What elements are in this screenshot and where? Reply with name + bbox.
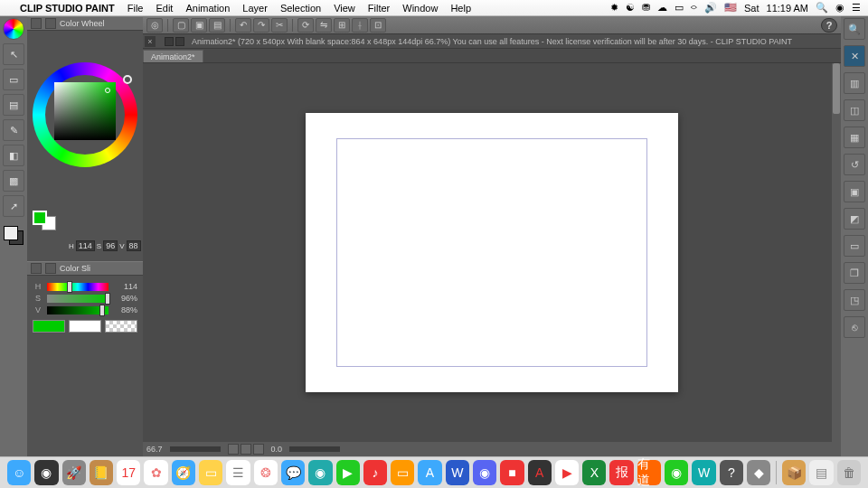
dock-contacts[interactable]: 📒 xyxy=(90,460,113,485)
menu-view[interactable]: View xyxy=(334,3,355,14)
dock-reminders[interactable]: ☰ xyxy=(226,460,250,485)
dock-acrobat[interactable]: A xyxy=(528,460,552,485)
app-name[interactable]: CLIP STUDIO PAINT xyxy=(20,3,115,14)
slider-bar[interactable] xyxy=(47,295,108,303)
color-wheel-tab[interactable]: Color Wheel xyxy=(27,16,143,31)
fit-icon[interactable] xyxy=(228,444,239,455)
rotate-slider[interactable] xyxy=(289,446,340,452)
gradient-tool[interactable]: ▤ xyxy=(3,94,24,116)
menu-file[interactable]: File xyxy=(127,3,144,14)
panel-menu-icon[interactable] xyxy=(31,18,42,29)
dock-cn-app2[interactable]: 有道 xyxy=(637,460,661,485)
scroll-thumb[interactable] xyxy=(833,63,840,114)
slider-bar[interactable] xyxy=(47,283,108,291)
dock-wps[interactable]: W xyxy=(692,460,715,485)
qq-status-icon[interactable]: ☯ xyxy=(626,2,635,14)
display-status-icon[interactable]: ▭ xyxy=(675,2,684,14)
panel-dock-icon[interactable] xyxy=(45,263,56,274)
slider-thumb[interactable] xyxy=(105,293,110,305)
misc-icon[interactable]: ⎋ xyxy=(844,316,865,338)
dock-notes[interactable]: ▭ xyxy=(199,460,222,485)
cursor-tool[interactable]: ↖ xyxy=(3,43,24,65)
dock-discord[interactable]: ◉ xyxy=(473,460,496,485)
checker-tool[interactable]: ▩ xyxy=(3,170,24,192)
rotate-icon[interactable] xyxy=(253,444,264,455)
close-doc-icon[interactable]: × xyxy=(145,36,156,47)
dock-appstore[interactable]: A xyxy=(418,460,441,485)
history-icon[interactable]: ↺ xyxy=(844,154,865,175)
clock-day[interactable]: Sat xyxy=(744,3,760,14)
close-panel-icon[interactable]: ✕ xyxy=(844,45,865,67)
brush-tool[interactable]: ✎ xyxy=(3,119,24,141)
swatch-bg[interactable] xyxy=(69,320,101,333)
panel-menu-icon[interactable] xyxy=(31,263,42,274)
rotate-icon[interactable]: ⟳ xyxy=(297,18,314,33)
color-wheel-mini-icon[interactable] xyxy=(3,18,24,40)
subview-icon[interactable]: ◫ xyxy=(844,99,865,121)
actual-icon[interactable] xyxy=(241,444,251,455)
document-tab[interactable]: Animation2* xyxy=(143,50,203,62)
material-icon[interactable]: ◩ xyxy=(844,208,865,230)
slider-thumb[interactable] xyxy=(67,281,72,293)
dock-music[interactable]: ♪ xyxy=(363,460,387,485)
swatch-transparent[interactable] xyxy=(105,320,137,333)
dock-siri[interactable]: ◉ xyxy=(34,460,58,485)
redo-icon[interactable]: ↷ xyxy=(253,18,269,33)
stack-icon[interactable]: ❐ xyxy=(844,262,865,284)
dock-excel[interactable]: X xyxy=(582,460,606,485)
flip-icon[interactable]: ⇋ xyxy=(316,18,332,33)
hue-ring-cursor[interactable] xyxy=(123,75,132,84)
dock-trash[interactable]: 🗑 xyxy=(837,460,861,485)
zoom-value[interactable]: 66.7 xyxy=(146,445,163,454)
vertical-scrollbar[interactable] xyxy=(832,63,841,442)
dock-sketch[interactable]: ◆ xyxy=(747,460,770,485)
dock-safari[interactable]: 🧭 xyxy=(172,460,195,485)
dock-finder[interactable]: ☺ xyxy=(7,460,31,485)
dock-clipstudio[interactable]: ? xyxy=(720,460,743,485)
zoom-slider[interactable] xyxy=(170,446,221,452)
slider-value[interactable]: 96% xyxy=(112,294,137,303)
wechat-status-icon[interactable]: ✹ xyxy=(610,2,618,14)
dock-word[interactable]: W xyxy=(446,460,469,485)
save-icon[interactable]: ▤ xyxy=(209,18,225,33)
spotlight-icon[interactable]: 🔍 xyxy=(816,2,828,14)
undo-icon[interactable]: ↶ xyxy=(235,18,251,33)
dock-cn-app1[interactable]: 报 xyxy=(609,460,633,485)
panel-dock-icon[interactable] xyxy=(45,18,56,29)
input-flag[interactable]: 🇺🇸 xyxy=(724,2,737,14)
menu-selection[interactable]: Selection xyxy=(280,3,321,14)
min-icon[interactable] xyxy=(165,37,174,46)
dock-wechat-dev[interactable]: ❂ xyxy=(254,460,278,485)
canvas-viewport[interactable] xyxy=(143,63,841,442)
disk-status-icon[interactable]: ⛃ xyxy=(642,2,650,14)
menu-layer[interactable]: Layer xyxy=(242,3,268,14)
control-center-icon[interactable]: ☰ xyxy=(852,2,861,14)
cloud-status-icon[interactable]: ☁ xyxy=(657,2,667,14)
volume-icon[interactable]: 🔊 xyxy=(704,2,717,14)
dock-youtube[interactable]: ▶ xyxy=(555,460,579,485)
grid-icon[interactable]: ⊞ xyxy=(334,18,350,33)
item-icon[interactable]: ▦ xyxy=(844,127,865,148)
clock-time[interactable]: 11:19 AM xyxy=(767,3,808,14)
wifi-icon[interactable]: ⌔ xyxy=(691,3,697,14)
slider-value[interactable]: 88% xyxy=(112,305,137,314)
pen-tool[interactable]: ➚ xyxy=(3,195,24,217)
fg-bg-swatch[interactable] xyxy=(3,224,24,246)
dock-skype[interactable]: ◉ xyxy=(308,460,332,485)
color-slider-tab[interactable]: Color Sli xyxy=(27,261,143,276)
swatch-fg[interactable] xyxy=(33,320,65,333)
menu-window[interactable]: Window xyxy=(402,3,438,14)
slider-bar[interactable] xyxy=(47,306,108,314)
dock-messages[interactable]: 💬 xyxy=(281,460,305,485)
menu-filter[interactable]: Filter xyxy=(368,3,390,14)
notification-icon[interactable]: ◉ xyxy=(835,2,844,14)
magnify-icon[interactable]: 🔍 xyxy=(844,18,865,40)
auto-icon[interactable]: ▣ xyxy=(844,181,865,202)
val-value[interactable]: 88 xyxy=(127,240,141,251)
help-icon[interactable]: ? xyxy=(821,18,837,33)
sv-square[interactable] xyxy=(54,82,116,140)
dock-calendar[interactable]: 17 xyxy=(117,460,140,485)
clip-studio-icon[interactable]: ◎ xyxy=(146,18,163,33)
dock-launchpad[interactable]: 🚀 xyxy=(62,460,86,485)
rotate-value[interactable]: 0.0 xyxy=(271,445,283,454)
